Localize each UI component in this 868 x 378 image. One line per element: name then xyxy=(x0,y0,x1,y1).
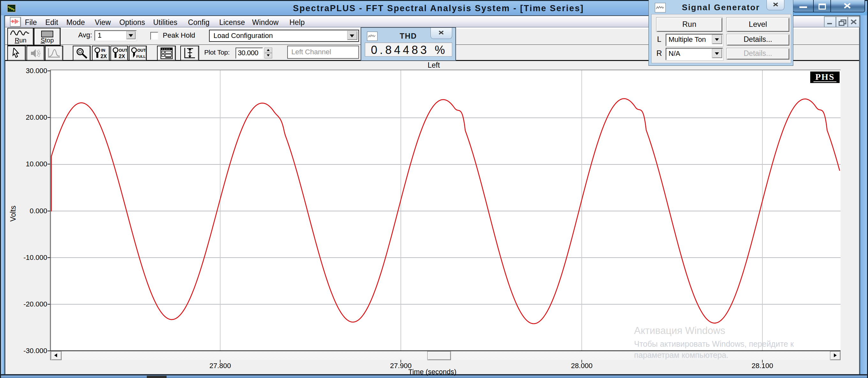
svg-text:OUT: OUT xyxy=(119,48,127,53)
svg-text:2X: 2X xyxy=(100,54,107,59)
svg-text:OUT: OUT xyxy=(137,48,146,53)
svg-text:2X: 2X xyxy=(119,54,125,59)
svg-text:IN: IN xyxy=(101,48,105,53)
svg-text:FULL: FULL xyxy=(136,55,146,58)
